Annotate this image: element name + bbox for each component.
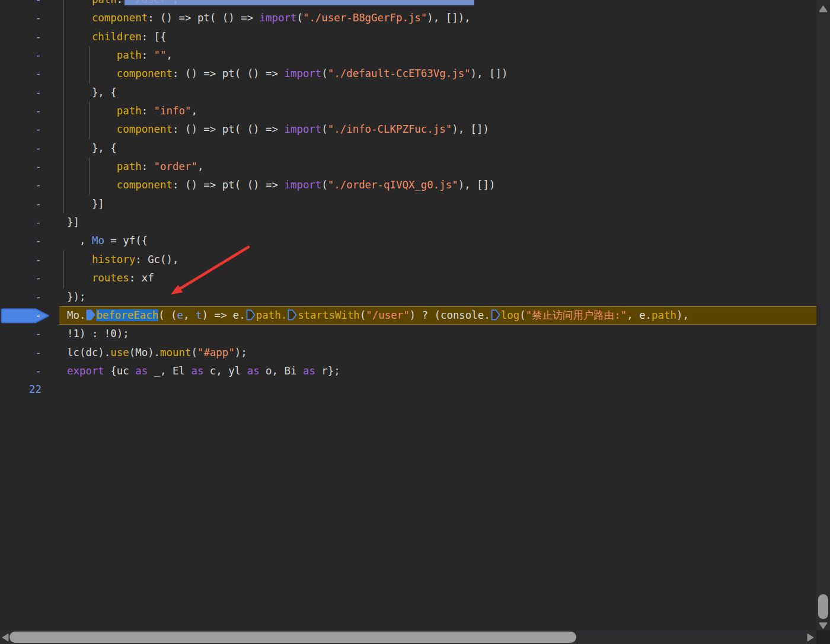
- inline-breakpoint-marker[interactable]: [246, 309, 256, 321]
- code-line-content[interactable]: component: () => pt( () => import("./inf…: [59, 120, 816, 139]
- code-line[interactable]: - component: () => pt( () => import("./u…: [0, 9, 816, 27]
- code-line[interactable]: - , Mo = yf({: [0, 232, 816, 250]
- code-line[interactable]: - path: "order",: [0, 158, 816, 176]
- code-line-content[interactable]: !1) : !0);: [59, 325, 816, 343]
- code-line-content[interactable]: path: "info",: [59, 102, 816, 120]
- gutter-line-number[interactable]: -: [0, 362, 59, 380]
- code-line-content[interactable]: [59, 380, 816, 399]
- gutter-line-number[interactable]: -: [0, 65, 59, 83]
- code-token: !1) : !0);: [67, 328, 129, 339]
- gutter-line-number[interactable]: -: [0, 9, 59, 27]
- gutter-line-number[interactable]: -: [0, 139, 59, 158]
- code-token: (Mo).: [129, 347, 160, 358]
- code-line-content[interactable]: }, {: [59, 139, 816, 158]
- code-line-content[interactable]: , Mo = yf({: [59, 232, 816, 250]
- code-line-content[interactable]: path: "order",: [59, 158, 816, 176]
- code-line[interactable]: -!1) : !0);: [0, 325, 816, 343]
- code-line-content[interactable]: });: [59, 288, 816, 306]
- gutter-line-number[interactable]: -: [0, 158, 59, 176]
- gutter-line-number[interactable]: -: [0, 232, 59, 250]
- gutter-line-number[interactable]: -: [0, 213, 59, 232]
- source-editor[interactable]: - path: "/user",- component: () => pt( (…: [0, 0, 816, 630]
- code-line[interactable]: -}]: [0, 213, 816, 232]
- code-line[interactable]: -});: [0, 288, 816, 306]
- code-token: ,: [183, 309, 196, 321]
- code-line-content[interactable]: routes: xf: [59, 269, 816, 287]
- code-line-content[interactable]: }, {: [59, 84, 816, 102]
- gutter-line-number[interactable]: -: [0, 288, 59, 306]
- code-line-content[interactable]: history: Gc(),: [59, 251, 816, 269]
- inline-breakpoint-marker[interactable]: [491, 309, 500, 321]
- code-line[interactable]: - component: () => pt( () => import("./o…: [0, 176, 816, 194]
- code-line[interactable]: - children: [{: [0, 28, 816, 46]
- inline-breakpoint-marker[interactable]: [288, 309, 297, 321]
- horizontal-scrollbar-thumb[interactable]: [9, 632, 576, 643]
- inline-breakpoint-marker[interactable]: [86, 309, 95, 321]
- code-line-highlighted[interactable]: -Mo.beforeEach( (e, t) => e.path.startsW…: [0, 306, 816, 325]
- code-line[interactable]: - path: "",: [0, 46, 816, 65]
- code-line[interactable]: -lc(dc).use(Mo).mount("#app");: [0, 344, 816, 362]
- gutter-line-number[interactable]: -: [0, 195, 59, 213]
- code-token: , e.: [627, 309, 652, 321]
- code-token: startsWith: [298, 309, 360, 321]
- code-token: import: [284, 68, 321, 79]
- vertical-scrollbar[interactable]: [816, 0, 830, 630]
- scroll-left-button[interactable]: [1, 633, 9, 644]
- code-token: as: [303, 365, 315, 377]
- scroll-right-button[interactable]: [806, 633, 815, 644]
- code-token: Mo.: [67, 309, 85, 321]
- code-line[interactable]: - component: () => pt( () => import("./i…: [0, 120, 816, 139]
- code-line[interactable]: 22: [0, 380, 816, 399]
- code-line-content[interactable]: }]: [59, 195, 816, 213]
- code-token: component: [117, 68, 173, 79]
- code-line[interactable]: - }, {: [0, 139, 816, 158]
- code-token: mount: [160, 347, 191, 358]
- code-line-content[interactable]: }]: [59, 213, 816, 232]
- gutter-line-number[interactable]: -: [0, 251, 59, 269]
- code-line[interactable]: -export {uc as _, El as c, yl as o, Bi a…: [0, 362, 816, 380]
- code-token: ), []): [458, 179, 496, 191]
- gutter-line-number[interactable]: -: [0, 28, 59, 46]
- code-token: ,: [167, 49, 173, 61]
- code-token: (: [191, 347, 197, 358]
- code-token: ,: [197, 161, 203, 172]
- vertical-scrollbar-thumb[interactable]: [818, 594, 828, 619]
- code-line-content[interactable]: children: [{: [59, 28, 816, 46]
- code-line[interactable]: - component: () => pt( () => import("./d…: [0, 65, 816, 83]
- code-token: "": [154, 49, 167, 61]
- code-line-content[interactable]: path: "",: [59, 46, 816, 65]
- code-line[interactable]: - history: Gc(),: [0, 251, 816, 269]
- gutter-line-number[interactable]: -: [0, 102, 59, 120]
- gutter-line-number[interactable]: -: [0, 46, 59, 65]
- code-token: as: [191, 365, 203, 377]
- code-line[interactable]: - routes: xf: [0, 269, 816, 287]
- code-token: :: [142, 105, 154, 117]
- gutter-line-number[interactable]: -: [0, 306, 59, 325]
- code-line-content[interactable]: Mo.beforeEach( (e, t) => e.path.startsWi…: [59, 306, 816, 325]
- gutter-line-number[interactable]: -: [0, 176, 59, 194]
- code-line-content[interactable]: component: () => pt( () => import("./def…: [59, 65, 816, 83]
- code-token: : () => pt( () =>: [173, 123, 284, 135]
- code-token: : () => pt( () =>: [173, 179, 284, 191]
- gutter-line-number[interactable]: -: [0, 269, 59, 287]
- code-line[interactable]: - path: "info",: [0, 102, 816, 120]
- code-token: }, {: [92, 86, 117, 98]
- code-token: as: [135, 365, 148, 377]
- code-line[interactable]: - }]: [0, 195, 816, 213]
- code-lines[interactable]: - path: "/user",- component: () => pt( (…: [0, 0, 816, 399]
- code-line-content[interactable]: component: () => pt( () => import("./use…: [59, 9, 816, 27]
- gutter-line-number[interactable]: -: [0, 120, 59, 139]
- code-token: ,: [79, 235, 92, 246]
- code-line-content[interactable]: lc(dc).use(Mo).mount("#app");: [59, 344, 816, 362]
- gutter-line-number[interactable]: -: [0, 344, 59, 362]
- scroll-up-button[interactable]: [818, 4, 828, 16]
- code-token: :: [142, 49, 154, 61]
- horizontal-scrollbar[interactable]: [0, 630, 816, 644]
- gutter-line-number[interactable]: -: [0, 0, 59, 9]
- gutter-line-number[interactable]: -: [0, 325, 59, 343]
- code-line[interactable]: - }, {: [0, 84, 816, 102]
- gutter-line-number[interactable]: -: [0, 84, 59, 102]
- code-line-content[interactable]: component: () => pt( () => import("./ord…: [59, 176, 816, 194]
- code-line-content[interactable]: export {uc as _, El as c, yl as o, Bi as…: [59, 362, 816, 380]
- gutter-line-number[interactable]: 22: [0, 380, 59, 399]
